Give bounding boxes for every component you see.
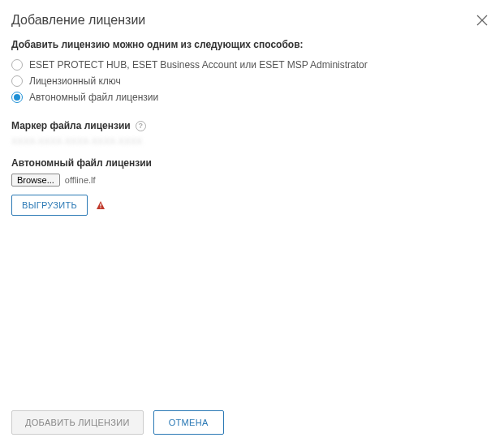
radio-option-license-key[interactable]: Лицензионный ключ	[11, 73, 493, 89]
offline-file-heading: Автономный файл лицензии	[11, 157, 493, 169]
upload-button[interactable]: ВЫГРУЗИТЬ	[11, 195, 88, 216]
dialog-content: Добавить лицензию можно одним из следующ…	[0, 39, 504, 401]
intro-heading: Добавить лицензию можно одним из следующ…	[11, 39, 493, 50]
radio-icon	[11, 59, 23, 71]
dialog-title: Добавление лицензии	[11, 13, 145, 28]
svg-rect-3	[100, 204, 101, 207]
radio-label: Лицензионный ключ	[29, 75, 121, 87]
dialog-footer: ДОБАВИТЬ ЛИЦЕНЗИИ ОТМЕНА	[0, 401, 504, 446]
svg-rect-4	[100, 207, 101, 208]
radio-icon	[11, 75, 23, 87]
token-heading-row: Маркер файла лицензии ?	[11, 120, 493, 131]
dialog-header: Добавление лицензии	[0, 0, 504, 39]
browse-button[interactable]: Browse...	[11, 174, 60, 187]
radio-option-offline-file[interactable]: Автономный файл лицензии	[11, 89, 493, 105]
add-licenses-button[interactable]: ДОБАВИТЬ ЛИЦЕНЗИИ	[11, 410, 144, 435]
help-icon[interactable]: ?	[136, 121, 146, 131]
cancel-button[interactable]: ОТМЕНА	[153, 410, 224, 435]
token-heading: Маркер файла лицензии	[11, 120, 131, 131]
selected-filename: offline.lf	[65, 175, 96, 185]
radio-label: Автономный файл лицензии	[29, 92, 158, 103]
radio-label: ESET PROTECT HUB, ESET Business Account …	[29, 59, 368, 71]
radio-option-protect-hub[interactable]: ESET PROTECT HUB, ESET Business Account …	[11, 57, 493, 73]
close-icon[interactable]	[476, 15, 488, 26]
radio-icon	[11, 92, 23, 103]
upload-row: ВЫГРУЗИТЬ	[11, 195, 493, 216]
file-picker-row: Browse... offline.lf	[11, 174, 493, 187]
add-license-dialog: Добавление лицензии Добавить лицензию мо…	[0, 0, 504, 446]
warning-icon	[96, 200, 106, 210]
token-value-blurred: XXXX-XXXX-XXXX-XXXX-XXXX	[11, 136, 493, 146]
license-method-radio-group: ESET PROTECT HUB, ESET Business Account …	[11, 57, 493, 105]
